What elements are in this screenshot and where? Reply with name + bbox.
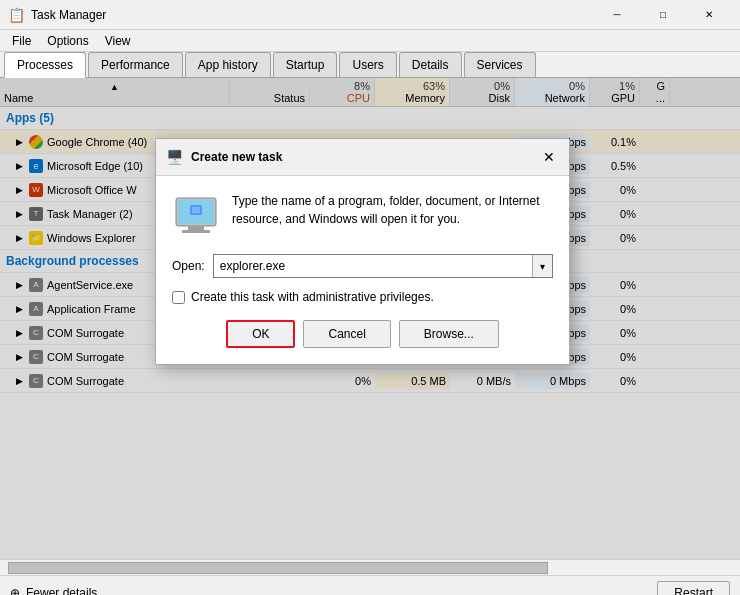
svg-rect-5 <box>192 207 200 213</box>
app-icon: 📋 <box>8 7 25 23</box>
tab-app-history[interactable]: App history <box>185 52 271 77</box>
open-input[interactable] <box>214 256 532 276</box>
modal-computer-icon <box>172 192 220 240</box>
maximize-button[interactable]: □ <box>640 0 686 30</box>
tab-performance[interactable]: Performance <box>88 52 183 77</box>
window-controls: ─ □ ✕ <box>594 0 732 30</box>
minimize-button[interactable]: ─ <box>594 0 640 30</box>
horizontal-scrollbar[interactable] <box>0 559 740 575</box>
open-label: Open: <box>172 259 205 273</box>
tab-details[interactable]: Details <box>399 52 462 77</box>
modal-close-button[interactable]: ✕ <box>539 147 559 167</box>
window-title: Task Manager <box>31 8 594 22</box>
browse-button[interactable]: Browse... <box>399 320 499 348</box>
menu-file[interactable]: File <box>4 32 39 50</box>
h-scroll-thumb[interactable] <box>8 562 548 574</box>
open-input-wrap[interactable]: ▾ <box>213 254 553 278</box>
modal-overlay: 🖥️ Create new task ✕ <box>0 78 740 559</box>
fewer-details-label: Fewer details <box>26 586 97 596</box>
modal-title-bar: 🖥️ Create new task ✕ <box>156 139 569 176</box>
modal-icon: 🖥️ <box>166 149 183 165</box>
menu-view[interactable]: View <box>97 32 139 50</box>
bottom-bar: ⊕ Fewer details Restart <box>0 575 740 595</box>
tab-processes[interactable]: Processes <box>4 52 86 78</box>
admin-checkbox[interactable] <box>172 291 185 304</box>
modal-top-section: Type the name of a program, folder, docu… <box>172 192 553 240</box>
close-button[interactable]: ✕ <box>686 0 732 30</box>
restart-button[interactable]: Restart <box>657 581 730 596</box>
modal-checkbox-row: Create this task with administrative pri… <box>172 290 553 304</box>
admin-checkbox-label: Create this task with administrative pri… <box>191 290 434 304</box>
title-bar: 📋 Task Manager ─ □ ✕ <box>0 0 740 30</box>
cancel-button[interactable]: Cancel <box>303 320 390 348</box>
ok-button[interactable]: OK <box>226 320 295 348</box>
fewer-details-icon: ⊕ <box>10 586 20 596</box>
main-content: ▲ Name Status 8%CPU 63%Memory 0%Disk 0%N… <box>0 78 740 559</box>
menu-bar: File Options View <box>0 30 740 52</box>
svg-rect-2 <box>188 226 204 230</box>
tab-bar: Processes Performance App history Startu… <box>0 52 740 78</box>
modal-input-row: Open: ▾ <box>172 254 553 278</box>
fewer-details-button[interactable]: ⊕ Fewer details <box>10 586 97 596</box>
menu-options[interactable]: Options <box>39 32 96 50</box>
svg-rect-3 <box>182 230 210 233</box>
open-dropdown-button[interactable]: ▾ <box>532 255 552 277</box>
modal-buttons: OK Cancel Browse... <box>172 320 553 348</box>
create-task-modal: 🖥️ Create new task ✕ <box>155 138 570 365</box>
modal-description: Type the name of a program, folder, docu… <box>232 192 553 240</box>
modal-title: Create new task <box>191 150 531 164</box>
tab-startup[interactable]: Startup <box>273 52 338 77</box>
tab-users[interactable]: Users <box>339 52 396 77</box>
modal-body: Type the name of a program, folder, docu… <box>156 176 569 364</box>
tab-services[interactable]: Services <box>464 52 536 77</box>
